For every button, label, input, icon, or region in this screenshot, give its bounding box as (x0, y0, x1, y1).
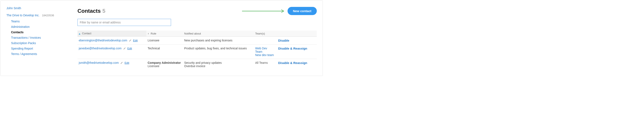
edit-link[interactable]: Edit (133, 39, 138, 42)
row-action-link[interactable]: Disable & Reassign (278, 47, 307, 50)
col-header-contact[interactable]: Contact (78, 31, 146, 37)
role-cell: Licensee (146, 37, 183, 45)
annotation-arrow (242, 9, 286, 13)
role-cell: Company AdministratorLicensee (146, 59, 183, 70)
sort-both-icon: ▲▼ (148, 33, 149, 35)
sidebar-item-terms[interactable]: Terms / Agreements (11, 52, 37, 56)
edit-link[interactable]: Edit (124, 61, 129, 64)
col-header-notified-label: Notified about (184, 32, 201, 35)
contacts-table: Contact ▲▼ Role Notified about Team(s) e… (78, 31, 317, 70)
notified-cell: Product updates, bug fixes, and technica… (183, 45, 254, 59)
edit-icon (123, 47, 126, 50)
edit-link[interactable]: Edit (128, 47, 132, 50)
notified-cell: New purchases and expiring licenses (183, 37, 254, 45)
org-id: 18420536 (42, 14, 54, 17)
col-header-role[interactable]: ▲▼ Role (146, 31, 183, 37)
teams-cell (254, 37, 277, 45)
teams-cell: Web Dev TeamNew dev team (254, 45, 277, 59)
new-contact-button[interactable]: New contact (288, 7, 317, 15)
notified-cell: Security and privacy updatesOverdue invo… (183, 59, 254, 70)
filter-input[interactable] (78, 19, 171, 26)
sidebar-item-transactions[interactable]: Transactions / Invoices (11, 36, 41, 39)
table-row: janedoe@thedrivetodevelop.com EditTechni… (78, 45, 317, 59)
org-row: The Drive to Develop Inc. 18420536 (6, 14, 78, 17)
contact-email-link[interactable]: ebennington@thedrivetodevelop.com (79, 39, 127, 42)
table-body: ebennington@thedrivetodevelop.com EditLi… (78, 37, 317, 70)
sidebar-item-subscription-packs[interactable]: Subscription Packs (11, 41, 36, 45)
sidebar-item-teams[interactable]: Teams (11, 20, 20, 23)
app-container: John Smith The Drive to Develop Inc. 184… (0, 1, 323, 76)
col-header-teams-label: Team(s) (255, 32, 265, 35)
team-link[interactable]: Web Dev Team (255, 47, 275, 53)
title-wrap: Contacts 5 (78, 8, 106, 14)
col-header-teams: Team(s) (254, 31, 277, 37)
row-action-link[interactable]: Disable (278, 39, 289, 42)
table-row: jsmith@thedrivetodevelop.com EditCompany… (78, 59, 317, 70)
edit-icon (129, 39, 131, 42)
table-row: ebennington@thedrivetodevelop.com EditLi… (78, 37, 317, 45)
header-row: Contacts 5 New contact (78, 7, 317, 15)
col-header-role-label: Role (151, 32, 156, 35)
contacts-count: 5 (102, 8, 105, 14)
contact-email-link[interactable]: jsmith@thedrivetodevelop.com (79, 61, 119, 64)
user-link[interactable]: John Smith (6, 7, 21, 10)
col-header-notified: Notified about (183, 31, 254, 37)
page-title: Contacts (78, 8, 101, 14)
team-link[interactable]: New dev team (255, 53, 275, 57)
sidebar-item-administration[interactable]: Administration (11, 25, 30, 29)
contact-email-link[interactable]: janedoe@thedrivetodevelop.com (79, 47, 122, 50)
main-content: Contacts 5 New contact (78, 6, 317, 70)
col-header-actions (277, 31, 317, 37)
svg-marker-1 (79, 33, 80, 35)
nav-list: Teams Administration Contacts Transactio… (11, 19, 78, 57)
header-right: New contact (242, 7, 317, 15)
teams-cell: All Teams (254, 59, 277, 70)
role-cell: Technical (146, 45, 183, 59)
edit-icon (120, 61, 123, 64)
col-header-contact-label: Contact (82, 32, 92, 35)
sidebar-item-spending-report[interactable]: Spending Report (11, 47, 33, 50)
sidebar: John Smith The Drive to Develop Inc. 184… (6, 6, 78, 70)
sidebar-item-contacts[interactable]: Contacts (11, 31, 24, 34)
table-header-row: Contact ▲▼ Role Notified about Team(s) (78, 31, 317, 37)
org-link[interactable]: The Drive to Develop Inc. (6, 14, 40, 17)
sort-asc-icon (79, 32, 80, 35)
row-action-link[interactable]: Disable & Reassign (278, 61, 307, 65)
